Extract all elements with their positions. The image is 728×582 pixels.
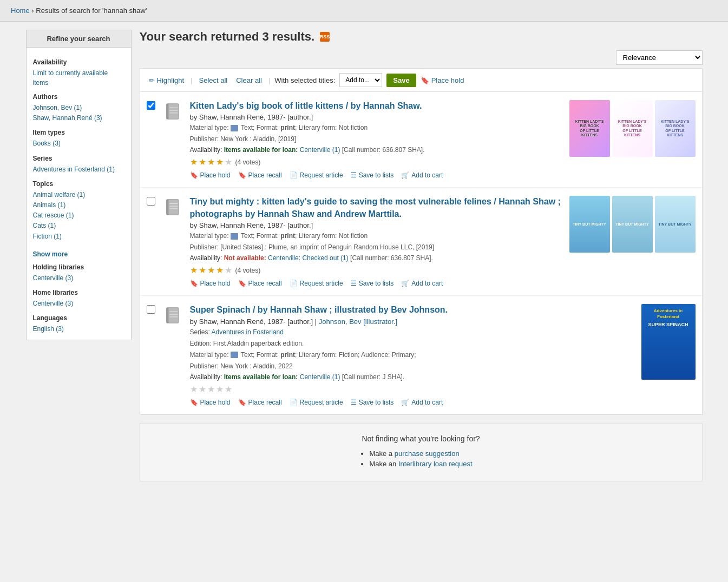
toolbar-divider-1: | [191,76,192,84]
request-article-btn-2[interactable]: 📄 Request article [290,280,343,287]
place-recall-icon-2: 🔖 [238,280,246,287]
item-type-books-link[interactable]: Books (3) [33,138,124,149]
interlibrary-loan-link[interactable]: Interlibrary loan request [398,460,473,468]
avail-status-2: Not available: [224,254,266,262]
highlight-button[interactable]: ✏ Highlight [147,75,187,85]
cover-3a: Adventures in Fosterland SUPER SPINACH [641,304,696,380]
show-more-topics-link[interactable]: Show more [33,250,68,258]
place-hold-btn-2[interactable]: 🔖 Place hold [190,280,231,287]
result-availability-3: Availability: Items available for loan: … [190,373,635,381]
book-covers-3: Adventures in Fosterland SUPER SPINACH [641,304,696,380]
place-hold-btn-3[interactable]: 🔖 Place hold [190,399,231,406]
action-buttons-1: 🔖 Place hold 🔖 Place recall 📄 Request ar… [190,171,563,179]
save-button[interactable]: Save [386,74,416,87]
votes-2: (4 votes) [235,267,261,274]
add-to-cart-btn-3[interactable]: 🛒 Add to cart [401,399,443,406]
result-title-3[interactable]: Super Spinach / by Hannah Shaw ; illustr… [190,305,448,314]
add-to-cart-icon-2: 🛒 [401,280,409,287]
save-to-lists-btn-3[interactable]: ☰ Save to lists [351,399,394,406]
star-2-1: ★ [190,265,198,275]
avail-status-1: Items available for loan: [224,146,298,154]
cover-1b: KITTEN LADY'SBIG BOOKOF LITTLEKITTENS [612,100,653,157]
result-item-3: Super Spinach / by Hannah Shaw ; illustr… [140,296,702,414]
star-2-3: ★ [207,265,215,275]
result-title-1[interactable]: Kitten Lady's big book of little kittens… [190,101,422,110]
topic-cats-link[interactable]: Cats (1) [33,221,124,231]
save-to-lists-btn-2[interactable]: ☰ Save to lists [351,280,394,287]
clear-all-button[interactable]: Clear all [234,75,264,85]
action-buttons-3: 🔖 Place hold 🔖 Place recall 📄 Request ar… [190,399,635,406]
avail-centerville-link-1[interactable]: Centerville (1) [300,146,340,154]
add-to-cart-icon-3: 🛒 [401,399,409,406]
star-3-5: ★ [225,384,232,394]
place-hold-icon-2: 🔖 [190,280,198,287]
toolbar-place-hold-button[interactable]: 🔖 Place hold [421,76,464,84]
breadcrumb-home[interactable]: Home [11,6,30,15]
availability-section-title: Availability [33,58,124,66]
result-details-1: Kitten Lady's big book of little kittens… [190,100,563,179]
request-article-icon-1: 📄 [290,171,298,179]
sort-select[interactable]: Relevance Author Title Date descending D… [616,50,703,65]
avail-status-3: Items available for loan: [224,373,298,381]
add-to-cart-btn-2[interactable]: 🛒 Add to cart [401,280,443,287]
result-item-2: Tiny but mighty : kitten lady's guide to… [140,188,702,296]
save-to-lists-btn-1[interactable]: ☰ Save to lists [351,171,394,179]
request-article-btn-1[interactable]: 📄 Request article [290,171,343,179]
not-finding-heading: Not finding what you're looking for? [151,434,691,443]
holding-centerville-link[interactable]: Centerville (3) [33,273,124,283]
home-centerville-link[interactable]: Centerville (3) [33,299,124,309]
toolbar-divider-2: | [268,76,270,84]
place-recall-btn-2[interactable]: 🔖 Place recall [238,280,282,287]
place-hold-icon-3: 🔖 [190,399,198,406]
topics-section-title: Topics [33,180,124,188]
avail-centerville-link-2[interactable]: Centerville: Checked out (1) [268,254,349,262]
star-3-3: ★ [207,384,215,394]
result-icon-2 [162,196,183,217]
languages-section-title: Languages [33,314,124,322]
author-shaw-link[interactable]: Shaw, Hannah René (3) [33,113,124,123]
author-johnson-bev-link[interactable]: Johnson, Bev [illustrator.] [319,318,397,326]
result-meta-2: Material type: Text; Format: print; Lite… [190,231,563,241]
search-result-heading: Your search returned 3 results. [140,30,315,44]
authors-section-title: Authors [33,93,124,101]
result-details-3: Super Spinach / by Hannah Shaw ; illustr… [190,304,635,406]
rss-icon[interactable]: RSS [320,32,330,42]
sidebar-title: Refine your search [26,30,132,48]
cover-1a: KITTEN LADY'SBIG BOOKOF LITTLEKITTENS [569,100,610,157]
rating-1: ★ ★ ★ ★ ★ (4 votes) [190,157,563,167]
series-fosterland-link[interactable]: Adventures in Fosterland [212,328,284,336]
result-publisher-2: Publisher: [United States] : Plume, an i… [190,242,563,252]
star-1-1: ★ [190,157,198,167]
book-icon-2 [162,197,183,217]
result-checkbox-3[interactable] [147,305,155,314]
star-2-4: ★ [216,265,224,275]
result-checkbox-1[interactable] [147,101,155,110]
add-to-select[interactable]: Add to... Cart Shelf [339,73,382,87]
star-1-2: ★ [199,157,206,167]
place-hold-icon-1: 🔖 [190,171,198,179]
result-meta-1: Material type: Text; Format: print; Lite… [190,123,563,133]
purchase-suggestion-link[interactable]: purchase suggestion [395,449,460,458]
action-buttons-2: 🔖 Place hold 🔖 Place recall 📄 Request ar… [190,280,563,287]
request-article-btn-3[interactable]: 📄 Request article [290,399,343,406]
place-recall-btn-1[interactable]: 🔖 Place recall [238,171,282,179]
result-checkbox-2[interactable] [147,197,155,206]
add-to-cart-btn-1[interactable]: 🛒 Add to cart [401,171,443,179]
language-english-link[interactable]: English (3) [33,324,124,334]
topic-fiction-link[interactable]: Fiction (1) [33,232,124,242]
series-adventures-link[interactable]: Adventures in Fosterland (1) [33,164,124,175]
result-meta-3: Material type: Text; Format: print; Lite… [190,350,635,360]
result-availability-2: Availability: Not available: Centerville… [190,254,563,262]
place-hold-btn-1[interactable]: 🔖 Place hold [190,171,231,179]
topic-animal-welfare-link[interactable]: Animal welfare (1) [33,190,124,200]
result-title-2[interactable]: Tiny but mighty : kitten lady's guide to… [190,197,561,218]
topic-animals-link[interactable]: Animals (1) [33,200,124,210]
author-johnson-link[interactable]: Johnson, Bev (1) [33,103,124,113]
topic-cat-rescue-link[interactable]: Cat rescue (1) [33,210,124,221]
result-availability-1: Availability: Items available for loan: … [190,146,563,154]
place-recall-btn-3[interactable]: 🔖 Place recall [238,399,282,406]
limit-available-link[interactable]: Limit to currently available items [33,69,108,87]
select-all-button[interactable]: Select all [196,75,229,85]
not-finding-section: Not finding what you're looking for? Mak… [140,423,703,481]
avail-centerville-link-3[interactable]: Centerville (1) [300,373,340,381]
